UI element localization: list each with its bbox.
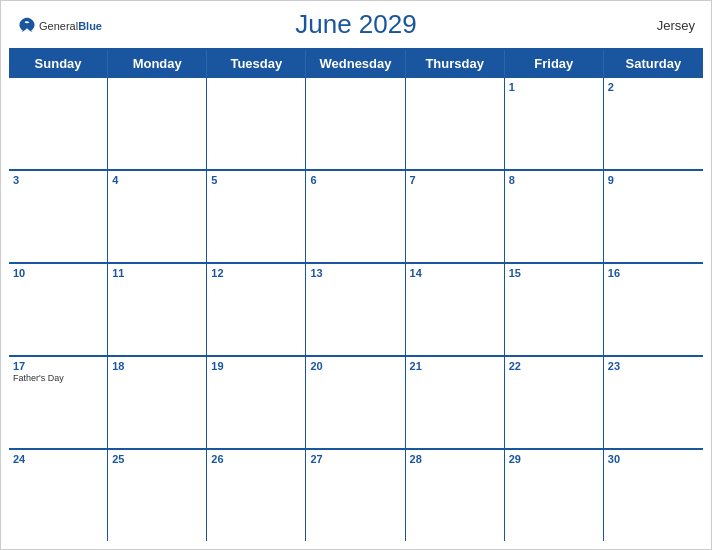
calendar-grid: Sunday Monday Tuesday Wednesday Thursday… [9, 48, 703, 541]
cell-empty [108, 77, 207, 169]
cell-jun-28: 28 [406, 449, 505, 541]
cell-jun-29: 29 [505, 449, 604, 541]
cell-jun-27: 27 [306, 449, 405, 541]
calendar-title: June 2029 [295, 9, 416, 40]
cell-jun-17: 17 Father's Day [9, 356, 108, 448]
cell-jun-25: 25 [108, 449, 207, 541]
cell-jun-8: 8 [505, 170, 604, 262]
cell-empty [306, 77, 405, 169]
cell-jun-3: 3 [9, 170, 108, 262]
cell-jun-23: 23 [604, 356, 703, 448]
cell-empty [207, 77, 306, 169]
cell-jun-19: 19 [207, 356, 306, 448]
cell-jun-21: 21 [406, 356, 505, 448]
day-header-monday: Monday [108, 50, 207, 77]
cell-jun-1: 1 [505, 77, 604, 169]
cell-jun-4: 4 [108, 170, 207, 262]
day-header-sunday: Sunday [9, 50, 108, 77]
cell-jun-24: 24 [9, 449, 108, 541]
day-header-saturday: Saturday [604, 50, 703, 77]
logo-bird-icon [17, 16, 37, 34]
calendar-region: Jersey [657, 17, 695, 32]
cell-jun-7: 7 [406, 170, 505, 262]
day-header-thursday: Thursday [406, 50, 505, 77]
cell-jun-6: 6 [306, 170, 405, 262]
day-header-friday: Friday [505, 50, 604, 77]
cell-jun-15: 15 [505, 263, 604, 355]
calendar-header: GeneralBlue June 2029 Jersey [1, 1, 711, 48]
cell-jun-18: 18 [108, 356, 207, 448]
logo: GeneralBlue [17, 16, 102, 34]
day-headers-row: Sunday Monday Tuesday Wednesday Thursday… [9, 50, 703, 77]
logo-text: GeneralBlue [39, 16, 102, 34]
day-header-tuesday: Tuesday [207, 50, 306, 77]
week-4: 17 Father's Day 18 19 20 21 22 23 [9, 356, 703, 449]
cell-jun-22: 22 [505, 356, 604, 448]
cell-jun-14: 14 [406, 263, 505, 355]
week-2: 3 4 5 6 7 8 9 [9, 170, 703, 263]
week-3: 10 11 12 13 14 15 16 [9, 263, 703, 356]
week-5: 24 25 26 27 28 29 30 [9, 449, 703, 541]
cell-jun-10: 10 [9, 263, 108, 355]
cell-jun-30: 30 [604, 449, 703, 541]
week-1: 1 2 [9, 77, 703, 170]
cell-jun-12: 12 [207, 263, 306, 355]
calendar-page: GeneralBlue June 2029 Jersey Sunday Mond… [0, 0, 712, 550]
cell-jun-2: 2 [604, 77, 703, 169]
cell-empty [406, 77, 505, 169]
cell-jun-5: 5 [207, 170, 306, 262]
cell-jun-20: 20 [306, 356, 405, 448]
day-header-wednesday: Wednesday [306, 50, 405, 77]
cell-jun-26: 26 [207, 449, 306, 541]
weeks-container: 1 2 3 4 5 6 7 8 9 10 11 12 13 14 15 16 [9, 77, 703, 541]
cell-empty [9, 77, 108, 169]
cell-jun-11: 11 [108, 263, 207, 355]
cell-jun-13: 13 [306, 263, 405, 355]
cell-jun-9: 9 [604, 170, 703, 262]
cell-jun-16: 16 [604, 263, 703, 355]
